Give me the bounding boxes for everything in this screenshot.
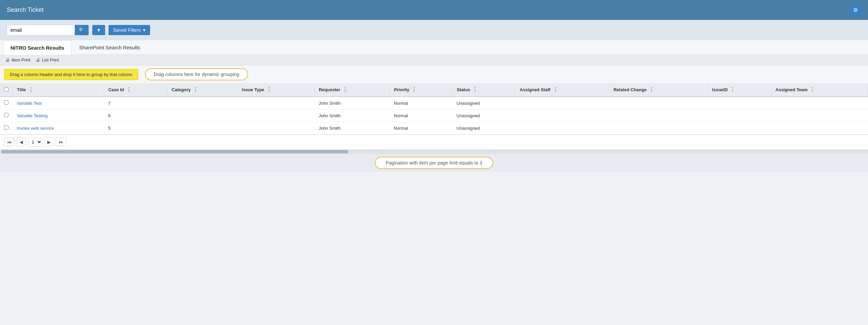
row-requester-3: John Smith <box>315 122 390 134</box>
col-requester: Requester ⋮ <box>315 83 390 97</box>
row-relatedchange-2 <box>609 109 708 122</box>
row-checkbox-3[interactable] <box>4 125 8 130</box>
row-checkbox-1[interactable] <box>4 100 8 105</box>
row-issueid-1 <box>708 97 771 109</box>
col-issue-id: IssueID ⋮ <box>708 83 771 97</box>
row-issueid-2 <box>708 109 771 122</box>
row-priority-2: Normal <box>390 109 453 122</box>
toolbar: 🖨 Item Print 🖨 List Print <box>0 55 868 66</box>
row-issueid-3 <box>708 122 771 134</box>
table-row: Variable Test 7 John Smith Normal Unassi… <box>0 97 868 109</box>
col-issuetype-menu-icon[interactable]: ⋮ <box>266 86 272 93</box>
page-title: Search Ticket <box>7 6 44 14</box>
row-relatedchange-1 <box>609 97 708 109</box>
page-number-select[interactable]: 1 <box>28 138 42 147</box>
col-status-menu-icon[interactable]: ⋮ <box>472 86 478 93</box>
col-status: Status ⋮ <box>453 83 515 97</box>
row-checkbox-cell-3[interactable] <box>0 122 13 134</box>
row-assignedstaff-1 <box>515 97 609 109</box>
tabs-area: NITRO Search Results SharePoint Search R… <box>0 40 868 55</box>
col-assignedteam-menu-icon[interactable]: ⋮ <box>810 86 815 93</box>
table-row: Variable Testing 6 John Smith Normal Una… <box>0 109 868 122</box>
row-priority-1: Normal <box>390 97 453 109</box>
row-issuetype-1 <box>238 97 315 109</box>
table-header-row: Title ⋮ Case Id ⋮ Category ⋮ <box>0 83 868 97</box>
row-issuetype-2 <box>238 109 315 122</box>
group-by-banner: Drag a column header and drop it here to… <box>4 69 138 80</box>
row-priority-3: Normal <box>390 122 453 134</box>
col-priority: Priority ⋮ <box>390 83 453 97</box>
filter-icon: ▼ <box>96 27 101 33</box>
row-status-3: Unassigned <box>453 122 515 134</box>
group-banner-area: Drag a column header and drop it here to… <box>0 66 868 83</box>
bottom-tooltip-area: Pagination with item per page limit equa… <box>0 154 868 172</box>
scrollbar-thumb[interactable] <box>1 150 348 153</box>
row-category-2 <box>167 109 238 122</box>
item-print-button[interactable]: 🖨 Item Print <box>5 57 30 62</box>
saved-filters-arrow-icon: ▾ <box>143 27 145 33</box>
next-page-button[interactable]: ▶ <box>44 138 54 146</box>
gear-button[interactable]: ⚙ <box>850 4 861 16</box>
pagination-area: ⏮ ◀ 1 ▶ ⏭ <box>0 134 868 149</box>
first-page-button[interactable]: ⏮ <box>4 138 15 146</box>
select-all-checkbox[interactable] <box>4 87 8 92</box>
prev-page-button[interactable]: ◀ <box>17 138 26 146</box>
col-priority-menu-icon[interactable]: ⋮ <box>411 86 417 93</box>
col-title: Title ⋮ <box>13 83 104 97</box>
item-print-icon: 🖨 <box>5 57 10 62</box>
col-assigned-team: Assigned Team ⋮ <box>771 83 868 97</box>
saved-filters-button[interactable]: Saved Filters ▾ <box>108 25 150 35</box>
table-row: Invoke web service 5 John Smith Normal U… <box>0 122 868 134</box>
saved-filters-label: Saved Filters <box>113 27 141 33</box>
list-print-icon: 🖨 <box>36 57 40 62</box>
tab-sharepoint-search-results[interactable]: SharePoint Search Results <box>72 40 147 54</box>
col-category-menu-icon[interactable]: ⋮ <box>193 86 198 93</box>
row-checkbox-cell-2[interactable] <box>0 109 13 122</box>
row-category-3 <box>167 122 238 134</box>
page-header: Search Ticket ⚙ <box>0 0 868 20</box>
row-category-1 <box>167 97 238 109</box>
col-case-id: Case Id ⋮ <box>104 83 167 97</box>
row-requester-2: John Smith <box>315 109 390 122</box>
col-relatedchange-menu-icon[interactable]: ⋮ <box>649 86 654 93</box>
row-relatedchange-3 <box>609 122 708 134</box>
results-table: Title ⋮ Case Id ⋮ Category ⋮ <box>0 83 868 134</box>
pagination-tooltip: Pagination with item per page limit equa… <box>375 157 493 169</box>
row-assignedteam-2 <box>771 109 868 122</box>
search-area: 🔍 ▼ Saved Filters ▾ <box>0 20 868 40</box>
col-related-change: Related Change ⋮ <box>609 83 708 97</box>
search-button[interactable]: 🔍 <box>75 25 89 35</box>
row-assignedteam-1 <box>771 97 868 109</box>
select-all-checkbox-cell[interactable] <box>0 83 13 97</box>
row-title-2[interactable]: Variable Testing <box>13 109 104 122</box>
results-table-container: Title ⋮ Case Id ⋮ Category ⋮ <box>0 83 868 134</box>
tab-nitro-search-results[interactable]: NITRO Search Results <box>3 41 71 55</box>
row-title-1[interactable]: Variable Test <box>13 97 104 109</box>
search-input[interactable] <box>7 25 75 35</box>
col-assigned-staff: Assigned Staff ⋮ <box>515 83 609 97</box>
col-issue-type: Issue Type ⋮ <box>238 83 315 97</box>
dynamic-grouping-banner: Drag columns here for dynamic grouping <box>145 68 248 80</box>
horizontal-scrollbar[interactable] <box>0 149 868 154</box>
search-input-wrapper: 🔍 <box>7 25 89 35</box>
col-assignedstaff-menu-icon[interactable]: ⋮ <box>553 86 558 93</box>
row-caseid-3: 5 <box>104 122 167 134</box>
row-caseid-1: 7 <box>104 97 167 109</box>
last-page-button[interactable]: ⏭ <box>56 138 66 146</box>
row-issuetype-3 <box>238 122 315 134</box>
list-print-button[interactable]: 🖨 List Print <box>36 57 59 62</box>
col-category: Category ⋮ <box>167 83 238 97</box>
row-status-1: Unassigned <box>453 97 515 109</box>
row-checkbox-2[interactable] <box>4 113 8 117</box>
row-assignedteam-3 <box>771 122 868 134</box>
col-requester-menu-icon[interactable]: ⋮ <box>342 86 348 93</box>
row-requester-1: John Smith <box>315 97 390 109</box>
filter-button[interactable]: ▼ <box>92 25 105 35</box>
col-title-menu-icon[interactable]: ⋮ <box>28 86 33 93</box>
row-assignedstaff-2 <box>515 109 609 122</box>
col-issueid-menu-icon[interactable]: ⋮ <box>730 86 735 93</box>
search-icon: 🔍 <box>79 27 85 33</box>
col-caseid-menu-icon[interactable]: ⋮ <box>126 86 131 93</box>
row-checkbox-cell-1[interactable] <box>0 97 13 109</box>
row-title-3[interactable]: Invoke web service <box>13 122 104 134</box>
